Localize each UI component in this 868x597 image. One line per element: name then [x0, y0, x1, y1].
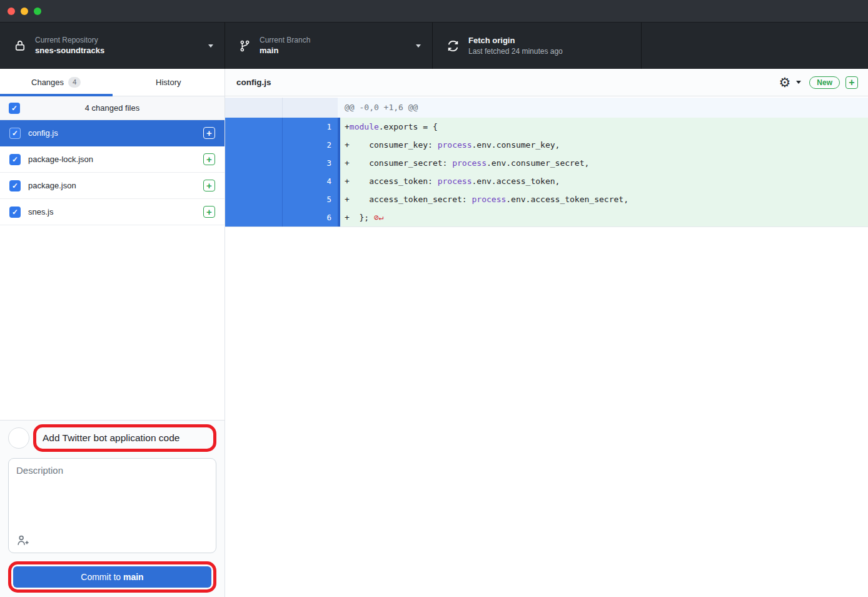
hunk-header: @@ -0,0 +1,6 @@: [225, 98, 868, 118]
diff-pane: config.js ⚙ New + @@ -0,0 +1,6 @@ 1+modu…: [225, 69, 868, 597]
file-row[interactable]: ✓package-lock.json+: [0, 146, 225, 173]
tab-history-label: History: [156, 78, 181, 87]
github-desktop-window: Current Repository snes-soundtracks Curr…: [0, 0, 868, 597]
toolbar: Current Repository snes-soundtracks Curr…: [0, 23, 868, 69]
code-segment: + consumer_key:: [345, 140, 438, 150]
file-checkbox[interactable]: ✓: [9, 154, 21, 165]
code-segment: .env.consumer_key,: [472, 140, 560, 150]
file-row[interactable]: ✓package.json+: [0, 173, 225, 199]
code-segment: process: [438, 140, 472, 150]
minimize-button[interactable]: [21, 8, 28, 15]
annotation-highlight-commit-button: Commit to main: [8, 561, 216, 593]
file-status-added-icon: +: [203, 153, 215, 165]
file-row[interactable]: ✓config.js+: [0, 120, 225, 146]
chevron-down-icon: [416, 44, 421, 48]
file-name: package.json: [28, 181, 196, 190]
person-add-icon[interactable]: [16, 534, 29, 547]
diff-gutter-old[interactable]: [225, 136, 283, 154]
branch-picker[interactable]: Current Branch main: [225, 23, 433, 69]
commit-button-branch: main: [123, 572, 144, 582]
commit-button-prefix: Commit to: [81, 572, 123, 582]
diff-gutter-line-number[interactable]: 4: [283, 172, 338, 190]
diff-code-text: +module.exports = {: [340, 118, 868, 136]
diff-code-text: + consumer_key: process.env.consumer_key…: [340, 136, 868, 154]
file-status-added-icon: +: [203, 180, 215, 191]
select-all-checkbox[interactable]: ✓: [9, 103, 20, 114]
code-segment: + };: [345, 213, 374, 222]
diff-gutter-old[interactable]: [225, 190, 283, 208]
zoom-button[interactable]: [34, 8, 41, 15]
file-checkbox[interactable]: ✓: [9, 128, 21, 139]
file-name: config.js: [28, 128, 196, 138]
fetch-title: Fetch origin: [468, 35, 630, 46]
plus-box-icon[interactable]: +: [845, 76, 858, 89]
git-branch-icon: [239, 40, 251, 52]
commit-description-input[interactable]: [16, 465, 208, 533]
changed-files-count: 4 changed files: [0, 103, 225, 113]
file-name: package-lock.json: [28, 155, 196, 164]
gear-icon[interactable]: ⚙: [779, 76, 790, 89]
sidebar-empty-area: [0, 225, 225, 420]
branch-label: Current Branch: [260, 35, 410, 45]
file-status-added-icon: +: [203, 206, 215, 218]
annotation-highlight-summary: [33, 424, 216, 452]
diff-gutter-old[interactable]: [225, 208, 283, 227]
repository-name: snes-soundtracks: [35, 45, 202, 56]
tab-changes-label: Changes: [31, 78, 64, 87]
tab-changes[interactable]: Changes 4: [0, 69, 113, 96]
code-segment: process: [452, 158, 487, 168]
code-segment: +: [345, 122, 350, 131]
code-segment: + access_token_secret:: [345, 195, 472, 204]
sidebar-tabbar: Changes 4 History: [0, 69, 225, 96]
changes-count-badge: 4: [68, 77, 81, 88]
changed-files-header: ✓ 4 changed files: [0, 96, 225, 120]
diff-gutter-line-number[interactable]: 6: [283, 208, 338, 227]
diff-code-text: + access_token: process.env.access_token…: [340, 172, 868, 190]
hunk-header-text: @@ -0,0 +1,6 @@: [340, 98, 868, 118]
repository-label: Current Repository: [35, 35, 202, 45]
file-checkbox[interactable]: ✓: [9, 207, 21, 218]
code-segment: process: [438, 176, 472, 186]
close-button[interactable]: [8, 8, 15, 15]
file-status-new-badge: New: [809, 76, 840, 89]
diff-gutter-line-number[interactable]: 3: [283, 154, 338, 172]
repository-picker[interactable]: Current Repository snes-soundtracks: [0, 23, 225, 69]
file-checkbox[interactable]: ✓: [9, 180, 21, 191]
code-segment: .env.consumer_secret,: [487, 158, 589, 168]
diff-gutter-line-number[interactable]: 2: [283, 136, 338, 154]
commit-panel: Commit to main: [0, 420, 225, 597]
diff-gutter-line-number[interactable]: 5: [283, 190, 338, 208]
file-status-added-icon: +: [203, 127, 215, 139]
diff-gutter-old[interactable]: [225, 154, 283, 172]
diff-gutter-old[interactable]: [225, 118, 283, 136]
diff-line: 6+ }; ⊘↵: [225, 208, 868, 227]
diff-code-text: + }; ⊘↵: [340, 208, 868, 227]
chevron-down-icon: [208, 44, 213, 48]
diff-gutter-line-number[interactable]: 1: [283, 118, 338, 136]
fetch-subtitle: Last fetched 24 minutes ago: [468, 46, 630, 56]
diff-file-name: config.js: [236, 78, 779, 87]
changes-sidebar: Changes 4 History ✓ 4 changed files ✓con…: [0, 69, 225, 597]
chevron-down-icon[interactable]: [796, 81, 801, 84]
code-segment: .exports = {: [379, 122, 438, 131]
file-row[interactable]: ✓snes.js+: [0, 199, 225, 225]
commit-button[interactable]: Commit to main: [13, 566, 211, 588]
commit-summary-input[interactable]: [36, 432, 213, 444]
file-name: snes.js: [28, 207, 196, 217]
diff-line: 3+ consumer_secret: process.env.consumer…: [225, 154, 868, 172]
diff-line: 2+ consumer_key: process.env.consumer_ke…: [225, 136, 868, 154]
diff-header: config.js ⚙ New +: [225, 69, 868, 96]
code-segment: + consumer_secret:: [345, 158, 452, 168]
code-segment: + access_token:: [345, 176, 438, 186]
diff-line: 5+ access_token_secret: process.env.acce…: [225, 190, 868, 208]
code-segment: .env.access_token,: [472, 176, 560, 186]
diff-gutter-old[interactable]: [225, 172, 283, 190]
diff-code-text: + consumer_secret: process.env.consumer_…: [340, 154, 868, 172]
branch-name: main: [260, 45, 410, 56]
diff-line: 4+ access_token: process.env.access_toke…: [225, 172, 868, 190]
tab-history[interactable]: History: [113, 69, 225, 96]
code-segment: module: [350, 122, 379, 131]
toolbar-empty-area: [642, 23, 868, 69]
fetch-origin-button[interactable]: Fetch origin Last fetched 24 minutes ago: [433, 23, 642, 69]
code-segment: ⊘↵: [374, 213, 384, 222]
